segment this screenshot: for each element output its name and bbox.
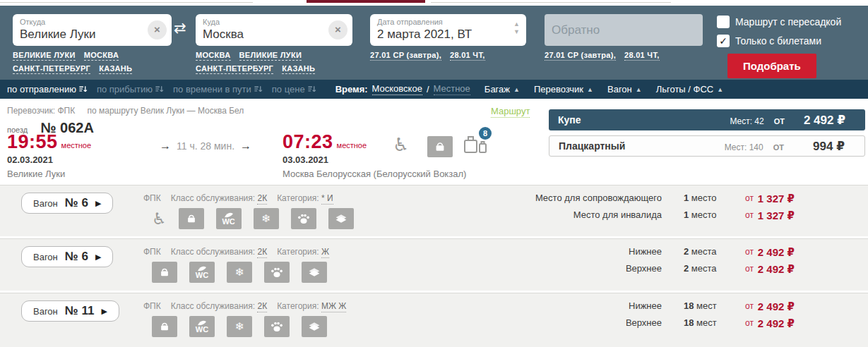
search-panel: Откуда Великие Луки × ВЕЛИКИЕ ЛУКИ МОСКВ… <box>0 6 868 80</box>
seat-count-word: места <box>691 263 717 274</box>
train-result-card: Перевозчик: ФПК по маршруту Велик Луки —… <box>0 99 868 185</box>
sort-icon <box>78 85 88 94</box>
departure-time-value: 19:55 <box>7 131 58 153</box>
seat-offer-line: Верхнее 18 мест от 2 492 ₽ <box>0 317 868 331</box>
swap-directions-icon[interactable]: ⇄ <box>174 20 186 37</box>
seat-count: 1 место <box>684 193 717 203</box>
arrow-right-icon: → <box>160 140 171 152</box>
filter-label: Перевозчик <box>534 84 583 95</box>
time-moscow-toggle[interactable]: Московское <box>372 83 422 95</box>
departure-date: 02.03.2021 <box>7 154 53 165</box>
from-field-value: Великие Луки <box>20 27 165 42</box>
sort-icon <box>254 85 263 94</box>
filter-baggage[interactable]: Багаж ▲ <box>484 84 520 95</box>
from-field[interactable]: Откуда Великие Луки × <box>13 14 172 46</box>
sort-label: по прибытию <box>97 84 153 95</box>
sort-icon <box>307 85 316 94</box>
seat-type: Нижнее <box>629 246 662 257</box>
suggestion-link[interactable]: ВЕЛИКИЕ ЛУКИ <box>239 51 302 61</box>
class-seats: Мест: 42 <box>730 116 763 126</box>
seat-price[interactable]: 2 492 ₽ <box>731 317 795 330</box>
seat-price[interactable]: 2 492 ₽ <box>731 300 795 313</box>
date-suggestion-link[interactable]: 27.01 СР (завтра), <box>370 51 441 61</box>
time-local-toggle[interactable]: Местное <box>434 83 470 95</box>
seat-price[interactable]: 1 327 ₽ <box>731 209 795 222</box>
class-from-label: ОТ <box>774 117 785 126</box>
wheelchair-accessible-icon: ♿ <box>393 134 409 156</box>
date-field-value: 2 марта 2021, ВТ <box>377 27 519 42</box>
departure-time: 19:55 местное <box>7 131 91 153</box>
seat-price[interactable]: 2 492 ₽ <box>731 263 795 276</box>
class-from-label: ОТ <box>773 143 784 152</box>
clear-to-button[interactable]: × <box>328 20 347 39</box>
seat-price[interactable]: 2 492 ₽ <box>731 246 795 259</box>
wagon-row: Вагон № 11 ▶ ФПК Класс обслуживания: 2К … <box>0 293 868 347</box>
wagon-row: Вагон № 6 ▶ ФПК Класс обслуживания: 2К К… <box>0 185 868 236</box>
sort-label: по цене <box>272 84 305 95</box>
seat-type: Нижнее <box>629 300 662 311</box>
seat-offer-line: Нижнее 2 места от 2 492 ₽ <box>0 246 868 260</box>
checkbox-only-with-tickets[interactable]: ✓ Только с билетами <box>717 35 821 47</box>
suggestion-link[interactable]: САНКТ-ПЕТЕРБУРГ <box>13 64 90 74</box>
route-map-link[interactable]: Маршрут <box>491 106 530 118</box>
collapse-arrow-icon: ▲ <box>587 86 593 93</box>
suggestion-link[interactable]: МОСКВА <box>84 51 119 61</box>
return-field-placeholder: Обратно <box>552 18 696 42</box>
filter-label: Багаж <box>484 84 510 95</box>
suggestion-link[interactable]: МОСКВА <box>196 51 231 61</box>
suggestion-link[interactable]: ВЕЛИКИЕ ЛУКИ <box>13 51 76 61</box>
sort-by-price[interactable]: по цене <box>272 84 316 95</box>
sort-by-departure[interactable]: по отправлению <box>7 84 88 95</box>
filter-carrier[interactable]: Перевозчик ▲ <box>534 84 593 95</box>
date-spinner[interactable]: ▲ ▼ <box>513 21 520 35</box>
date-suggestion-link[interactable]: 28.01 ЧТ, <box>450 51 485 61</box>
sort-icon <box>155 85 164 94</box>
checkbox-checked[interactable]: ✓ <box>717 35 730 47</box>
checkbox-unchecked[interactable] <box>717 16 730 28</box>
suggestion-link[interactable]: КАЗАНЬ <box>282 64 315 74</box>
seat-count: 2 места <box>684 263 717 274</box>
collapse-arrow-icon: ▲ <box>513 86 520 93</box>
arrival-time-note: местное <box>337 141 367 150</box>
filter-wagon[interactable]: Вагон ▲ <box>607 84 642 95</box>
from-suggestions: ВЕЛИКИЕ ЛУКИ МОСКВА САНКТ-ПЕТЕРБУРГ КАЗА… <box>13 51 132 74</box>
seat-count-number: 1 <box>684 209 689 220</box>
checkbox-route-with-transfer[interactable]: Маршрут с пересадкой <box>717 16 841 28</box>
class-name: Плацкартный <box>559 140 625 152</box>
seat-count: 2 места <box>684 246 717 257</box>
class-name: Купе <box>558 114 581 126</box>
wagon-row: Вагон № 6 ▶ ФПК Класс обслуживания: 2К К… <box>0 238 868 291</box>
sort-by-travel-time[interactable]: по времени в пути <box>173 84 263 95</box>
to-field[interactable]: Куда Москва × <box>196 14 352 46</box>
return-suggestion-link[interactable]: 27.01 СР (завтра), <box>545 51 616 61</box>
seat-count: 18 мест <box>684 300 717 311</box>
seat-count-number: 1 <box>684 193 689 203</box>
sort-by-arrival[interactable]: по прибытию <box>97 84 164 95</box>
time-label: Время: <box>335 84 368 95</box>
search-submit-button[interactable]: Подобрать <box>727 54 816 78</box>
date-suggestions: 27.01 СР (завтра), 28.01 ЧТ, <box>370 51 485 61</box>
seat-count-word: место <box>691 193 717 203</box>
departure-date-field[interactable]: Дата отправления 2 марта 2021, ВТ ▲ ▼ <box>370 14 526 46</box>
return-date-field[interactable]: Обратно <box>545 14 703 46</box>
sort-label: по отправлению <box>7 84 76 95</box>
to-field-value: Москва <box>203 27 345 42</box>
suggestion-link[interactable]: САНКТ-ПЕТЕРБУРГ <box>196 64 273 74</box>
suggestion-link[interactable]: КАЗАНЬ <box>99 64 132 74</box>
date-field-label: Дата отправления <box>377 18 519 27</box>
spinner-up-icon[interactable]: ▲ <box>513 21 520 28</box>
train-search-results-screen: Откуда Великие Луки × ВЕЛИКИЕ ЛУКИ МОСКВ… <box>0 0 868 347</box>
browser-tab-edge <box>0 0 868 6</box>
filter-benefits-fss[interactable]: Льготы / ФСС ▲ <box>656 84 723 95</box>
spinner-down-icon[interactable]: ▼ <box>513 29 520 35</box>
seat-price[interactable]: 1 327 ₽ <box>731 193 795 205</box>
to-field-label: Куда <box>203 18 345 27</box>
class-card-platskartny[interactable]: Плацкартный Мест: 140 ОТ 994 ₽ <box>549 135 865 157</box>
return-suggestion-link[interactable]: 28.01 ЧТ, <box>624 51 660 61</box>
departure-station: Великие Луки <box>7 169 65 179</box>
seat-count-word: места <box>691 246 717 257</box>
time-toggle-group: Время: Московское / Местное <box>335 83 470 95</box>
clear-from-button[interactable]: × <box>148 20 167 39</box>
class-card-kupe[interactable]: Купе Мест: 42 ОТ 2 492 ₽ <box>549 109 865 130</box>
seat-type: Место для сопровождающего <box>535 193 662 203</box>
